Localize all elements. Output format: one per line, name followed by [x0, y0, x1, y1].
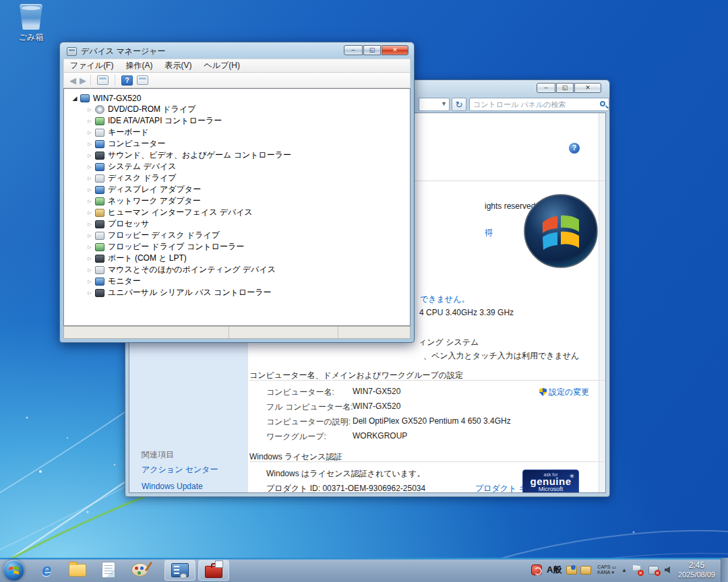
device-tree-panel[interactable]: ◢WIN7-GX520▷DVD/CD-ROM ドライブ▷IDE ATA/ATAP… [63, 88, 411, 326]
tree-item[interactable]: ▷ヒューマン インターフェイス デバイス [71, 207, 410, 218]
tree-root-computer[interactable]: ◢WIN7-GX520 [71, 92, 410, 104]
expander-collapsed-icon[interactable]: ▷ [86, 141, 94, 147]
scrollbar[interactable] [599, 113, 605, 492]
chevron-down-icon[interactable]: ▼ [441, 100, 447, 107]
sidebar-link[interactable]: アクション センター [142, 464, 244, 475]
usb-controller-icon [95, 289, 104, 297]
device-manager-window[interactable]: デバイス マネージャー – ◱ ✕ ファイル(F)操作(A)表示(V)ヘルプ(H… [59, 42, 415, 343]
taskbar-device-manager-running[interactable] [164, 560, 195, 581]
system-window-caption-buttons: – ◱ ✕ [536, 83, 601, 93]
related-items-header: 関連項目 [142, 449, 174, 461]
tree-item[interactable]: ▷プロセッサ [71, 218, 410, 230]
recycle-bin-label: ごみ箱 [9, 32, 53, 43]
expander-collapsed-icon[interactable]: ▷ [86, 199, 94, 204]
volume-icon[interactable] [665, 567, 670, 573]
menu-ヘルプ[interactable]: ヘルプ(H) [198, 60, 246, 71]
expander-collapsed-icon[interactable]: ▷ [86, 233, 94, 238]
close-button[interactable]: ✕ [382, 45, 408, 55]
ime-mode-indicator[interactable]: A般 [547, 564, 562, 576]
ime-brush-icon[interactable] [580, 566, 591, 575]
forward-icon[interactable]: ▶ [80, 75, 86, 86]
windows-logo [522, 193, 599, 269]
menu-表示[interactable]: 表示(V) [158, 60, 198, 71]
tree-item[interactable]: ▷コンピューター [71, 138, 410, 150]
refresh-button[interactable]: ↻ [452, 98, 466, 111]
notepad-icon [102, 562, 115, 578]
tree-item[interactable]: ▷ポート (COM と LPT) [71, 253, 410, 264]
taskbar-notepad[interactable] [97, 560, 120, 580]
back-icon[interactable]: ◀ [69, 75, 76, 86]
expander-collapsed-icon[interactable]: ▷ [86, 176, 94, 181]
help-icon[interactable]: ? [121, 75, 133, 86]
close-button[interactable]: ✕ [574, 83, 601, 93]
tree-item-label: システム デバイス [108, 161, 177, 172]
expander-expanded-icon[interactable]: ◢ [71, 95, 79, 102]
action-center-icon[interactable] [633, 565, 642, 575]
security-app-icon[interactable] [531, 564, 542, 575]
expander-collapsed-icon[interactable]: ▷ [86, 245, 94, 250]
expander-collapsed-icon[interactable]: ▷ [86, 210, 94, 216]
edition-link-fragment[interactable]: 得 [485, 227, 493, 238]
info-row-label: コンピューター名: [266, 387, 334, 398]
show-properties-icon[interactable] [97, 75, 109, 85]
show-desktop-button[interactable] [721, 558, 728, 582]
taskbar-clock[interactable]: 2:45 2025/08/09 [678, 560, 715, 579]
ime-caps-kana-indicator[interactable]: CAPS▭ KANA▾ [597, 564, 616, 575]
expander-collapsed-icon[interactable]: ▷ [86, 119, 94, 124]
menu-操作[interactable]: 操作(A) [119, 60, 158, 71]
search-icon[interactable] [600, 101, 605, 106]
mouse-icon [95, 266, 104, 274]
tree-item[interactable]: ▷フロッピー ドライブ コントローラー [71, 241, 410, 253]
expander-collapsed-icon[interactable]: ▷ [86, 187, 94, 193]
network-status-icon[interactable] [648, 566, 659, 575]
rating-link-fragment[interactable]: できません。 [420, 294, 469, 305]
tree-item[interactable]: ▷システム デバイス [71, 161, 410, 172]
sidebar-link[interactable]: Windows Update [142, 481, 244, 492]
minimize-button[interactable]: – [537, 83, 555, 93]
ime-tool-icon[interactable] [566, 566, 577, 575]
display-adapter-icon [95, 186, 104, 194]
product-id: プロダクト ID: 00371-OEM-9306962-25034 [266, 483, 425, 493]
expander-collapsed-icon[interactable]: ▷ [86, 164, 94, 170]
help-icon[interactable]: ? [569, 143, 580, 154]
expander-collapsed-icon[interactable]: ▷ [86, 279, 94, 284]
expander-collapsed-icon[interactable]: ▷ [86, 290, 94, 296]
tree-item[interactable]: ▷IDE ATA/ATAPI コントローラー [71, 115, 410, 127]
sidebar-links: アクション センターWindows Updateパフォーマンスの情報とツール [142, 464, 244, 493]
taskbar-paint[interactable] [128, 560, 151, 580]
tree-item[interactable]: ▷モニター [71, 276, 410, 287]
scan-hardware-icon[interactable] [137, 75, 148, 85]
search-input[interactable] [473, 99, 593, 110]
tree-item[interactable]: ▷ディスク ドライブ [71, 172, 410, 184]
tree-item[interactable]: ▷フロッピー ディスク ドライブ [71, 230, 410, 241]
tree-item[interactable]: ▷ユニバーサル シリアル バス コントローラー [71, 287, 410, 298]
maximize-button[interactable]: ◱ [363, 45, 381, 55]
taskbar-system-window-running[interactable] [198, 560, 229, 581]
show-hidden-icons-button[interactable]: ▲ [621, 567, 627, 573]
tree-item-label: コンピューター [108, 138, 165, 150]
tree-item[interactable]: ▷キーボード [71, 127, 410, 138]
address-field[interactable]: ▼ [419, 98, 450, 111]
change-settings-link[interactable]: 設定の変更 [539, 387, 589, 398]
expander-collapsed-icon[interactable]: ▷ [86, 130, 94, 135]
expander-collapsed-icon[interactable]: ▷ [86, 107, 94, 112]
taskbar-explorer[interactable] [66, 560, 89, 580]
tree-item[interactable]: ▷マウスとそのほかのポインティング デバイス [71, 264, 410, 276]
expander-collapsed-icon[interactable]: ▷ [86, 256, 94, 261]
chevron-down-icon: ▾ [611, 570, 614, 575]
search-box[interactable] [469, 98, 609, 111]
recycle-bin[interactable]: ごみ箱 [9, 4, 53, 43]
maximize-button[interactable]: ◱ [556, 83, 574, 93]
expander-collapsed-icon[interactable]: ▷ [86, 222, 94, 227]
tree-item[interactable]: ▷ディスプレイ アダプター [71, 184, 410, 195]
taskbar-internet-explorer[interactable]: e [35, 560, 58, 580]
tree-item[interactable]: ▷DVD/CD-ROM ドライブ [71, 104, 410, 115]
expander-collapsed-icon[interactable]: ▷ [86, 153, 94, 158]
expander-collapsed-icon[interactable]: ▷ [86, 267, 94, 273]
minimize-button[interactable]: – [344, 45, 363, 55]
start-button[interactable] [3, 560, 24, 581]
info-row-label: フル コンピューター名: [266, 401, 353, 413]
tree-item[interactable]: ▷ネットワーク アダプター [71, 195, 410, 207]
menu-ファイル[interactable]: ファイル(F) [64, 60, 119, 71]
tree-item[interactable]: ▷サウンド、ビデオ、およびゲーム コントローラー [71, 150, 410, 161]
